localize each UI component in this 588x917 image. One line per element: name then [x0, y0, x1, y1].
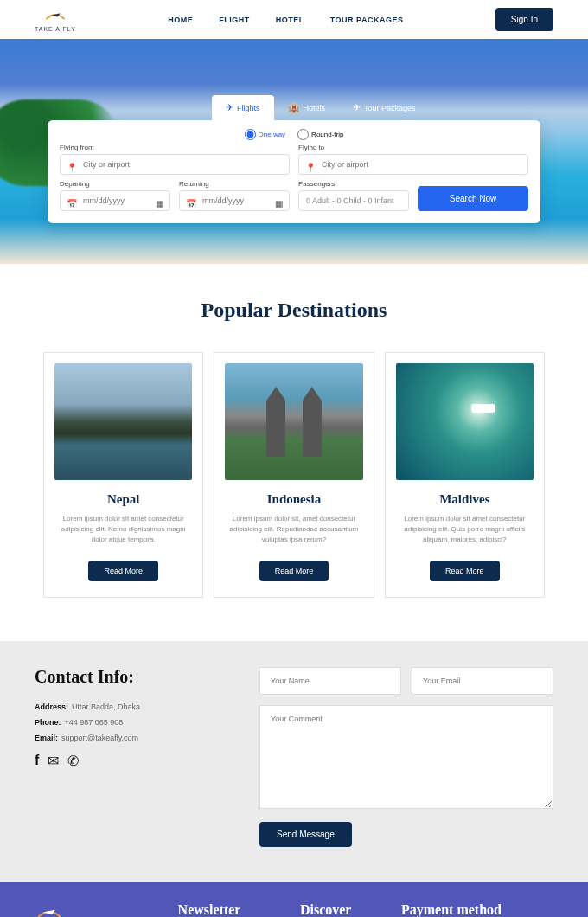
to-label: Flying to: [298, 144, 528, 151]
plane-icon: ✈: [226, 102, 233, 113]
logo[interactable]: TAKE A FLY: [35, 7, 76, 32]
card-nepal: Nepal Lorem ipsum dolor sit amet consect…: [43, 352, 203, 598]
contact-title: Contact Info:: [35, 667, 208, 687]
card-image: [54, 363, 192, 480]
card-title: Maldives: [396, 492, 534, 507]
globe-icon: ✈: [353, 102, 361, 113]
facebook-icon[interactable]: f: [35, 753, 39, 769]
newsletter-title: Newsletter: [178, 902, 283, 917]
calendar-picker-icon[interactable]: ▦: [156, 199, 163, 208]
hotel-icon: 🏨: [288, 102, 300, 113]
footer-brand-col: TAKE A FLY Sat-Thurs: 10AM-9PM & Friday/…: [35, 902, 161, 917]
location-icon: 📍: [305, 163, 316, 172]
card-text: Lorem ipsum dolor sit, amet consectetur …: [225, 514, 362, 545]
card-image: [396, 363, 534, 480]
destination-cards: Nepal Lorem ipsum dolor sit amet consect…: [43, 352, 545, 598]
header: TAKE A FLY HOME FLIGHT HOTEL TOUR PACKAG…: [0, 0, 588, 39]
search-body: One way Round-trip Flying from 📍 Flying …: [48, 120, 540, 223]
pax-input[interactable]: [298, 190, 409, 211]
card-maldives: Maldives Lorem ipsum dolor sit amet cons…: [385, 352, 545, 598]
footer-logo-icon: [35, 902, 64, 917]
logo-text: TAKE A FLY: [35, 26, 76, 32]
pax-label: Passengers: [298, 180, 409, 188]
from-input[interactable]: [60, 154, 290, 175]
calendar-picker-icon[interactable]: ▦: [275, 199, 283, 208]
location-icon: 📍: [67, 163, 77, 172]
footer-payment-col: Payment method bKash ucb VISA nogod: [401, 902, 553, 917]
card-text: Lorem ipsum dolor sit amet consectetur a…: [54, 514, 192, 545]
card-title: Nepal: [54, 492, 192, 507]
name-input[interactable]: [259, 667, 401, 695]
readmore-button[interactable]: Read More: [88, 561, 158, 581]
contact-phone: Phone:+44 987 065 908: [35, 718, 208, 727]
contact-form: Send Message: [259, 667, 553, 847]
footer: TAKE A FLY Sat-Thurs: 10AM-9PM & Friday/…: [0, 882, 588, 917]
nav-hotel[interactable]: HOTEL: [276, 16, 304, 24]
contact-section: Contact Info: Address:Uttar Badda, Dhaka…: [0, 641, 588, 882]
tab-hotels[interactable]: 🏨Hotels: [274, 95, 340, 120]
depart-label: Departing: [60, 180, 170, 188]
discover-title: Discover: [300, 902, 384, 917]
readmore-button[interactable]: Read More: [259, 561, 329, 581]
card-title: Indonesia: [225, 492, 362, 507]
signin-button[interactable]: Sign In: [495, 8, 553, 31]
payment-title: Payment method: [401, 902, 553, 917]
contact-info: Contact Info: Address:Uttar Badda, Dhaka…: [35, 667, 208, 847]
search-tabs: ✈Flights 🏨Hotels ✈Tour Packages: [212, 95, 540, 120]
trip-type: One way Round-trip: [60, 129, 528, 140]
oneway-radio[interactable]: One way: [245, 129, 286, 140]
card-image: [225, 363, 362, 480]
popular-section: Popular Destinations Nepal Lorem ipsum d…: [0, 264, 588, 641]
logo-icon: [43, 7, 67, 24]
social-links: f ✉ ✆: [35, 753, 208, 769]
contact-address: Address:Uttar Badda, Dhaka: [35, 702, 208, 711]
footer-newsletter-col: Newsletter Subscribe for latest updates …: [178, 902, 283, 917]
footer-discover-col: Discover Contact About Blog Privacy & Po…: [300, 902, 384, 917]
whatsapp-icon[interactable]: ✆: [67, 753, 79, 769]
comment-input[interactable]: [259, 705, 553, 809]
nav-flight[interactable]: FLIGHT: [219, 16, 250, 24]
tab-flights[interactable]: ✈Flights: [212, 95, 274, 120]
from-label: Flying from: [60, 144, 290, 151]
send-button[interactable]: Send Message: [259, 822, 352, 847]
tab-tours[interactable]: ✈Tour Packages: [339, 95, 430, 120]
nav-tours[interactable]: TOUR PACKAGES: [330, 16, 404, 24]
hero: ✈Flights 🏨Hotels ✈Tour Packages One way …: [0, 39, 588, 264]
email-input[interactable]: [412, 667, 553, 695]
nav-home[interactable]: HOME: [168, 16, 193, 24]
messenger-icon[interactable]: ✉: [48, 753, 59, 769]
readmore-button[interactable]: Read More: [430, 561, 500, 581]
calendar-icon: 📅: [67, 199, 77, 208]
card-text: Lorem ipsum dolor sit amet consectetur a…: [396, 514, 534, 545]
search-panel: ✈Flights 🏨Hotels ✈Tour Packages One way …: [48, 95, 540, 223]
to-input[interactable]: [298, 154, 528, 175]
popular-title: Popular Destinations: [43, 298, 545, 322]
contact-email: Email:support@takeafly.com: [35, 734, 208, 742]
calendar-icon: 📅: [186, 199, 196, 208]
main-nav: HOME FLIGHT HOTEL TOUR PACKAGES: [168, 16, 403, 24]
return-label: Returning: [179, 180, 290, 188]
card-indonesia: Indonesia Lorem ipsum dolor sit, amet co…: [214, 352, 374, 598]
roundtrip-radio[interactable]: Round-trip: [297, 129, 343, 140]
search-button[interactable]: Search Now: [418, 186, 528, 211]
